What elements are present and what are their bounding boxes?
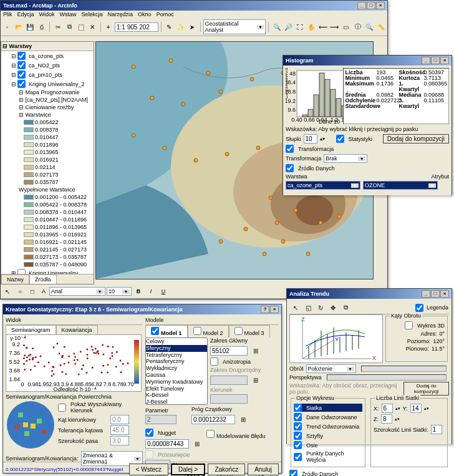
gridw-input[interactable] bbox=[431, 425, 442, 434]
tab-model2[interactable]: Model 2 bbox=[188, 325, 229, 338]
menu-insert[interactable]: Wstaw bbox=[60, 11, 77, 17]
trend-opt[interactable]: Punkty Danych Wejścia bbox=[294, 450, 362, 463]
full-extent-icon[interactable]: ⛶ bbox=[294, 21, 305, 32]
toc-item[interactable]: ⊟ Cieniowanie rzeźby bbox=[1, 104, 94, 111]
menu-window[interactable]: Okno bbox=[138, 11, 152, 17]
gridz-input[interactable] bbox=[381, 414, 392, 424]
toc-tab-source[interactable]: Źródła bbox=[29, 274, 57, 284]
toc-class[interactable]: 0.035787 bbox=[1, 178, 94, 186]
aniso-checkbox[interactable] bbox=[210, 357, 218, 366]
toc-filled-class[interactable]: 0.010447 - 0.011896 bbox=[1, 216, 94, 223]
italic-icon[interactable]: I bbox=[145, 286, 157, 297]
analyst-combo[interactable]: Geostatistical Analyst▼ bbox=[203, 19, 266, 34]
copy-icon[interactable]: ⧉ bbox=[340, 302, 351, 313]
graph3d-checkbox[interactable] bbox=[405, 321, 413, 329]
menu-file[interactable]: Plik bbox=[3, 11, 12, 17]
underline-icon[interactable]: U bbox=[158, 286, 169, 297]
toc-item[interactable]: ⊟ ca_ozone_pts bbox=[1, 51, 94, 61]
move-icon[interactable]: ✥ bbox=[327, 302, 339, 313]
cut-icon[interactable]: ✂ bbox=[52, 21, 63, 32]
menu-tools[interactable]: Narzędzia bbox=[108, 11, 133, 17]
nugget-input[interactable] bbox=[145, 439, 189, 449]
hist-min-btn[interactable]: _ bbox=[422, 57, 430, 64]
persp-slider[interactable] bbox=[327, 374, 447, 381]
trend-src-checkbox[interactable] bbox=[289, 470, 297, 476]
next-button[interactable]: Dalej > bbox=[171, 464, 205, 475]
toc-item[interactable]: ⊟ Kriging Uniwersalny_2 bbox=[1, 79, 94, 89]
select-icon[interactable]: ▭ bbox=[341, 21, 352, 32]
fontsize-combo[interactable]: 10▼ bbox=[107, 287, 132, 296]
wand-icon[interactable]: ✨ bbox=[176, 21, 186, 32]
trend-add-btn[interactable]: Dodaj do kompozycji bbox=[403, 382, 449, 396]
transf-combo[interactable]: Brak▼ bbox=[324, 154, 367, 163]
trend-opt[interactable]: Osie bbox=[294, 441, 362, 449]
toc-tab-display[interactable]: Nazwy bbox=[1, 274, 29, 284]
finish-button[interactable]: Zakończ bbox=[208, 464, 245, 475]
pointer-icon[interactable]: ↖ bbox=[290, 302, 301, 313]
menu-view[interactable]: Widok bbox=[39, 11, 55, 17]
hist-max-btn[interactable]: □ bbox=[431, 57, 440, 64]
wiz-close-btn[interactable]: × bbox=[270, 306, 279, 313]
toc-filled-class[interactable]: 0.008378 - 0.010447 bbox=[1, 208, 94, 216]
toc-filled-class[interactable]: 0.016921 - 0.021145 bbox=[1, 238, 94, 246]
cube-icon[interactable]: ◱ bbox=[302, 302, 314, 313]
toc-item[interactable]: ⊟ Warstwice bbox=[1, 111, 94, 119]
measure-icon[interactable]: 📏 bbox=[375, 21, 386, 32]
cancel-button[interactable]: Anuluj bbox=[248, 464, 279, 475]
trend-opt[interactable]: Siatka bbox=[294, 404, 362, 412]
next-extent-icon[interactable]: ⟶ bbox=[329, 21, 340, 32]
prev-extent-icon[interactable]: ⟵ bbox=[318, 21, 329, 32]
new-icon[interactable]: ▫ bbox=[2, 21, 12, 32]
toc-class[interactable]: 0.027173 bbox=[1, 171, 94, 178]
add-data-icon[interactable]: + bbox=[103, 21, 114, 32]
zoom-in-icon[interactable]: 🔍 bbox=[271, 21, 282, 32]
hist-close-btn[interactable]: × bbox=[440, 57, 449, 64]
save-icon[interactable]: 💾 bbox=[25, 21, 36, 32]
trend-close-btn[interactable]: × bbox=[440, 290, 449, 298]
add-layout-button[interactable]: Dodaj do kompozycji bbox=[383, 134, 449, 143]
wiz-help-btn[interactable]: ? bbox=[261, 306, 269, 313]
toc-filled-class[interactable]: 0.013965 - 0.016921 bbox=[1, 231, 94, 238]
legend-checkbox[interactable] bbox=[415, 304, 423, 312]
toc-filled-class[interactable]: 0.001200 - 0.005422 bbox=[1, 193, 94, 201]
menu-selection[interactable]: Selekcja bbox=[82, 11, 103, 17]
toc-filled-class[interactable]: 0.011896 - 0.013965 bbox=[1, 223, 94, 231]
datasrc-checkbox[interactable] bbox=[286, 164, 294, 172]
gridy-input[interactable] bbox=[410, 404, 422, 413]
trend-opt[interactable]: Trend Odwzorowania bbox=[294, 422, 362, 430]
toc-filled-class[interactable]: 0.005422 - 0.008378 bbox=[1, 201, 94, 208]
toc-class[interactable]: 0.011896 bbox=[1, 141, 94, 148]
identify-icon[interactable]: ⓘ bbox=[352, 21, 363, 32]
toc-item[interactable]: ⊟ ca_NO2_pts bbox=[1, 61, 94, 70]
minimize-button[interactable]: _ bbox=[357, 2, 366, 9]
arrow-icon[interactable]: ➤ bbox=[187, 21, 198, 32]
trend-max-btn[interactable]: □ bbox=[431, 290, 440, 298]
toc-filled-class[interactable]: 0.027173 - 0.035787 bbox=[1, 253, 94, 261]
toc-class[interactable]: 0.005422 bbox=[1, 119, 94, 126]
toc-class[interactable]: 0.008378 bbox=[1, 126, 94, 134]
calc-icon[interactable]: ⊞ bbox=[250, 345, 261, 356]
partial-input[interactable] bbox=[191, 415, 235, 424]
toc-class[interactable]: 0.010447 bbox=[1, 134, 94, 141]
bold-icon[interactable]: B bbox=[133, 286, 144, 297]
stats-checkbox[interactable] bbox=[336, 135, 344, 143]
scale-input[interactable] bbox=[115, 22, 158, 32]
layer-combo[interactable]: ca_ozone_pts▼ bbox=[286, 181, 360, 190]
range-input[interactable] bbox=[210, 346, 248, 356]
font-combo[interactable]: Arial▼ bbox=[49, 287, 105, 296]
zoom-out-icon[interactable]: 🔎 bbox=[283, 21, 294, 32]
draw-circle-icon[interactable]: ○ bbox=[14, 286, 26, 297]
nugget-checkbox[interactable] bbox=[145, 429, 153, 437]
toc-filled[interactable]: Wypełnione Warstwice bbox=[1, 186, 94, 193]
open-icon[interactable]: 📂 bbox=[14, 21, 24, 32]
rotate-icon[interactable]: ↻ bbox=[315, 302, 326, 313]
trend-3d-chart[interactable]: XZY bbox=[289, 314, 383, 363]
transf-checkbox[interactable] bbox=[286, 145, 294, 153]
pointer-icon[interactable]: ↖ bbox=[2, 286, 13, 297]
toc-item[interactable]: ⊟ ca_pm10_pts bbox=[1, 70, 94, 79]
trend-opt[interactable]: Sztyfty bbox=[294, 432, 362, 440]
find-icon[interactable]: 🔍 bbox=[364, 21, 375, 32]
toc-class[interactable]: 0.013965 bbox=[1, 148, 94, 156]
toc-filled-class[interactable]: 0.035787 - 0.048090 bbox=[1, 261, 94, 268]
pan-icon[interactable]: ✋ bbox=[306, 21, 317, 32]
